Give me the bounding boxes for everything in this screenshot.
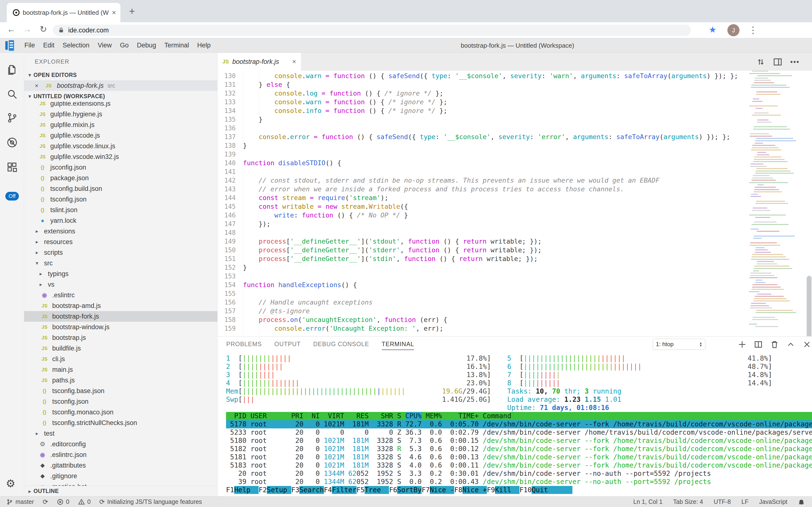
- browser-tab[interactable]: bootstrap-fork.js — Untitled (W ×: [7, 3, 120, 22]
- status-badge[interactable]: Off: [5, 192, 19, 201]
- tree-item[interactable]: ▸extensions: [24, 226, 217, 237]
- code-line: 132console.log = function () { /* ignore…: [217, 89, 749, 98]
- status-item[interactable]: Tab Size: 4: [673, 498, 703, 505]
- open-editor-item[interactable]: × JS bootstrap-fork.js src: [24, 80, 217, 91]
- status-item[interactable]: JavaScript: [759, 498, 787, 505]
- forward-icon[interactable]: →: [21, 24, 34, 34]
- status-item[interactable]: LF: [741, 498, 748, 505]
- panel-tab-output[interactable]: OUTPUT: [274, 336, 301, 351]
- panel-tab-debug-console[interactable]: DEBUG CONSOLE: [313, 336, 369, 351]
- status-item[interactable]: Ln 1, Col 1: [633, 498, 663, 505]
- tree-item[interactable]: ◆.gitattributes: [24, 460, 217, 471]
- tree-item[interactable]: ▸typings: [24, 269, 217, 279]
- tree-item[interactable]: JSbootstrap-amd.js: [24, 300, 217, 311]
- close-panel-icon[interactable]: [802, 340, 812, 349]
- status-item[interactable]: 0: [57, 498, 69, 505]
- status-item[interactable]: ⟳Initializing JS/TS language features: [99, 498, 202, 506]
- source-control-icon[interactable]: [6, 112, 18, 124]
- extensions-icon[interactable]: [6, 161, 18, 173]
- tree-item[interactable]: JSbootstrap.js: [24, 332, 217, 343]
- outline-header[interactable]: ▸OUTLINE: [24, 486, 217, 496]
- status-item[interactable]: ⟳: [43, 498, 48, 506]
- new-tab-button[interactable]: +: [126, 5, 138, 18]
- panel-tab-terminal[interactable]: TERMINAL: [382, 336, 414, 351]
- minimap[interactable]: [749, 71, 806, 336]
- tree-item[interactable]: {}package.json: [24, 173, 217, 183]
- tree-item[interactable]: {}tsconfig.json: [24, 194, 217, 205]
- close-icon[interactable]: ×: [292, 58, 296, 65]
- more-actions-icon[interactable]: [789, 57, 800, 67]
- menu-item-go[interactable]: Go: [116, 42, 133, 49]
- explorer-icon[interactable]: [6, 64, 18, 76]
- tree-item[interactable]: {}jsconfig.json: [24, 162, 217, 173]
- kill-terminal-icon[interactable]: [770, 340, 779, 349]
- address-bar[interactable]: ide.coder.com: [53, 25, 691, 36]
- tree-item[interactable]: ⚙.editorconfig: [24, 439, 217, 449]
- tree-item[interactable]: ▾src: [24, 258, 217, 269]
- reload-icon[interactable]: ↻: [37, 24, 49, 34]
- tree-item[interactable]: ●yarn.lock: [24, 215, 217, 226]
- bell-icon[interactable]: [798, 499, 805, 505]
- code-editor[interactable]: 130console.warn = function () { safeSend…: [217, 71, 812, 336]
- menu-item-terminal[interactable]: Terminal: [160, 42, 193, 49]
- bookmark-star-icon[interactable]: ★: [709, 25, 716, 35]
- status-item[interactable]: master: [6, 498, 34, 505]
- new-terminal-icon[interactable]: [737, 340, 747, 349]
- debug-icon[interactable]: [6, 137, 18, 148]
- close-icon[interactable]: ×: [35, 82, 39, 90]
- avatar[interactable]: J: [728, 24, 740, 36]
- tree-item[interactable]: JSgulpfile.hygiene.js: [24, 109, 217, 119]
- menu-item-help[interactable]: Help: [193, 42, 215, 49]
- tree-item[interactable]: {}tsconfig.monaco.json: [24, 407, 217, 417]
- menu-item-debug[interactable]: Debug: [133, 42, 160, 49]
- tree-item[interactable]: JSbootstrap-fork.js: [24, 311, 217, 322]
- tree-item[interactable]: JSgulpfile.vscode.js: [24, 130, 217, 141]
- split-terminal-icon[interactable]: [753, 340, 763, 349]
- menu-item-edit[interactable]: Edit: [39, 42, 59, 49]
- menu-item-file[interactable]: File: [20, 42, 39, 49]
- search-icon[interactable]: [6, 88, 18, 100]
- tree-item[interactable]: ▸test: [24, 428, 217, 439]
- tree-item[interactable]: JSgulpfile.vscode.win32.js: [24, 152, 217, 162]
- tree-item[interactable]: JSbuildfile.js: [24, 343, 217, 354]
- tree-item[interactable]: {}tsconfig.build.json: [24, 183, 217, 194]
- tree-item[interactable]: ≡.mention-bot: [24, 482, 217, 486]
- open-editors-header[interactable]: ▾OPEN EDITORS: [24, 70, 217, 80]
- terminal[interactable]: 1 [|||||||||||| 17.8%] 5 [||||||||||||||…: [226, 354, 812, 496]
- sync-editors-icon[interactable]: [755, 57, 766, 67]
- tree-item[interactable]: ▸vs: [24, 279, 217, 290]
- split-editor-icon[interactable]: [772, 57, 783, 67]
- gear-icon[interactable]: ⚙: [6, 477, 15, 490]
- tree-item[interactable]: {}tslint.json: [24, 205, 217, 215]
- tree-item[interactable]: {}tsconfig.base.json: [24, 386, 217, 396]
- tree-item[interactable]: JSgulpfile.extensions.js: [24, 102, 217, 109]
- back-icon[interactable]: ←: [5, 24, 17, 34]
- menu-item-view[interactable]: View: [93, 42, 116, 49]
- tree-item[interactable]: ◉.eslintrc.json: [24, 449, 217, 460]
- editor-scrollbar[interactable]: [807, 276, 812, 336]
- tree-item[interactable]: JSbootstrap-window.js: [24, 322, 217, 332]
- tree-item[interactable]: JSpaths.js: [24, 375, 217, 386]
- tree-item[interactable]: ▸resources: [24, 237, 217, 247]
- panel-tab-problems[interactable]: PROBLEMS: [226, 336, 262, 351]
- tree-item[interactable]: ▸scripts: [24, 247, 217, 258]
- tree-item[interactable]: {}tsconfig.json: [24, 396, 217, 407]
- terminal-select[interactable]: 1: htop ▲▼: [653, 339, 705, 350]
- status-item[interactable]: 0: [78, 498, 91, 505]
- tree-item[interactable]: ◉.eslintrc: [24, 290, 217, 300]
- browser-menu-icon[interactable]: ⋮: [748, 25, 758, 35]
- tab-close-icon[interactable]: ×: [112, 8, 116, 17]
- tree-item[interactable]: JSmain.js: [24, 364, 217, 375]
- menu-item-selection[interactable]: Selection: [59, 42, 93, 49]
- editor-tab[interactable]: JS bootstrap-fork.js ×: [217, 53, 301, 71]
- tree-item[interactable]: JSgulpfile.vscode.linux.js: [24, 141, 217, 152]
- tree-item[interactable]: JScli.js: [24, 354, 217, 364]
- tree-item-label: bootstrap-amd.js: [52, 302, 101, 309]
- tree-item[interactable]: ◆.gitignore: [24, 471, 217, 482]
- status-item[interactable]: UTF-8: [713, 498, 731, 505]
- workspace-header[interactable]: ▾UNTITLED (WORKSPACE): [24, 91, 217, 102]
- maximize-panel-icon[interactable]: [786, 340, 796, 349]
- tree-item[interactable]: JSgulpfile.mixin.js: [24, 119, 217, 130]
- tree-item[interactable]: {}tsconfig.strictNullChecks.json: [24, 417, 217, 428]
- tree-item-label: gulpfile.extensions.js: [50, 102, 111, 107]
